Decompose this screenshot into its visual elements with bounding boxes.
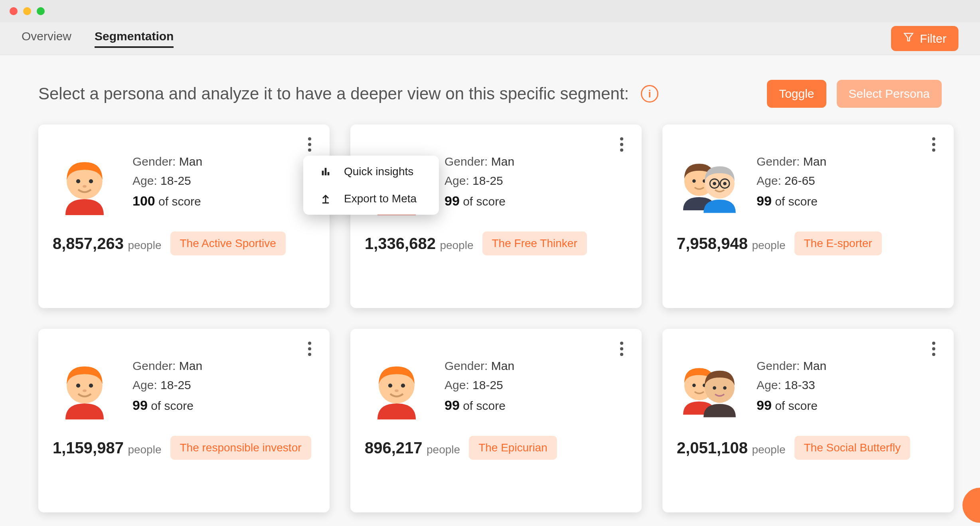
age-label: Age: xyxy=(445,174,469,187)
age-value: 18-33 xyxy=(784,378,815,392)
persona-meta: Gender: Man Age: 18-25 100 of score xyxy=(132,151,202,209)
age-label: Age: xyxy=(132,378,157,392)
tab-overview[interactable]: Overview xyxy=(22,30,71,48)
filter-button[interactable]: Filter xyxy=(891,26,958,51)
gender-value: Man xyxy=(491,155,514,168)
persona-tag[interactable]: The responsible investor xyxy=(170,436,311,460)
select-persona-button[interactable]: Select Persona xyxy=(837,80,942,108)
people-label: people xyxy=(440,239,473,251)
persona-avatar xyxy=(53,151,117,219)
people-label: people xyxy=(752,443,785,456)
svg-marker-0 xyxy=(905,34,913,41)
score-value: 99 xyxy=(132,397,148,413)
filter-icon xyxy=(903,32,914,45)
persona-tag[interactable]: The E-sporter xyxy=(794,231,882,255)
score-suffix: of score xyxy=(775,399,818,412)
upload-icon xyxy=(319,192,332,205)
menu-quick-insights[interactable]: Quick insights xyxy=(319,165,423,178)
info-icon[interactable]: i xyxy=(641,85,658,103)
people-label: people xyxy=(128,443,161,456)
window-close-dot[interactable] xyxy=(10,7,18,15)
card-context-menu: Quick insights Export to Meta xyxy=(303,156,439,215)
svg-rect-22 xyxy=(322,171,324,176)
gender-label: Gender: xyxy=(757,359,800,372)
age-label: Age: xyxy=(757,174,781,187)
svg-rect-23 xyxy=(325,168,327,176)
heading-left: Select a persona and analyze it to have … xyxy=(38,84,658,103)
persona-meta: Gender: Man Age: 26-65 99 of score xyxy=(757,151,826,209)
tab-segmentation[interactable]: Segmentation xyxy=(95,30,174,48)
gender-label: Gender: xyxy=(445,155,488,168)
age-value: 18-25 xyxy=(472,174,503,187)
persona-meta: Gender: Man Age: 18-25 99 of score xyxy=(132,355,202,413)
persona-meta: Gender: Man Age: 18-25 99 of score xyxy=(445,355,514,413)
page-title: Select a persona and analyze it to have … xyxy=(38,84,629,103)
persona-card[interactable]: Gender: Man Age: 26-65 99 of score 7,958… xyxy=(662,125,954,308)
toggle-button[interactable]: Toggle xyxy=(767,80,826,108)
gender-value: Man xyxy=(179,155,202,168)
gender-label: Gender: xyxy=(132,155,176,168)
card-more-button[interactable] xyxy=(302,341,318,357)
gender-value: Man xyxy=(803,155,826,168)
people-count: 8,857,263 xyxy=(53,235,124,252)
menu-export-to-meta[interactable]: Export to Meta xyxy=(319,192,423,205)
persona-card[interactable]: Gender: Man Age: 18-25 99 of score 1,159… xyxy=(38,329,330,512)
age-value: 18-25 xyxy=(160,378,191,392)
age-value: 26-65 xyxy=(784,174,815,187)
people-count: 896,217 xyxy=(365,439,423,457)
persona-grid: Gender: Man Age: 18-25 100 of score 8,85… xyxy=(0,120,980,526)
age-value: 18-25 xyxy=(472,378,503,392)
persona-tag[interactable]: The Free Thinker xyxy=(482,231,587,255)
people-label: people xyxy=(128,239,161,251)
score-value: 99 xyxy=(757,193,772,208)
score-value: 99 xyxy=(445,397,460,413)
persona-card[interactable]: Gender: Man Age: 18-25 99 of score 896,2… xyxy=(350,329,642,512)
age-label: Age: xyxy=(132,174,157,187)
people-count: 1,336,682 xyxy=(365,235,436,252)
card-more-button[interactable] xyxy=(302,136,318,152)
persona-avatar xyxy=(365,355,429,423)
people-count: 1,159,987 xyxy=(53,439,124,457)
page-heading-row: Select a persona and analyze it to have … xyxy=(0,55,980,120)
gender-label: Gender: xyxy=(445,359,488,372)
menu-quick-insights-label: Quick insights xyxy=(344,165,413,178)
score-value: 100 xyxy=(132,193,155,208)
score-suffix: of score xyxy=(463,195,506,208)
score-value: 99 xyxy=(445,193,460,208)
persona-card[interactable]: Gender: Man Age: 18-25 100 of score 8,85… xyxy=(38,125,330,308)
score-suffix: of score xyxy=(151,399,194,412)
gender-value: Man xyxy=(179,359,202,372)
age-label: Age: xyxy=(445,378,469,392)
people-label: people xyxy=(427,443,460,456)
score-value: 99 xyxy=(757,397,772,413)
score-suffix: of score xyxy=(775,195,818,208)
score-suffix: of score xyxy=(463,399,506,412)
gender-value: Man xyxy=(491,359,514,372)
window-maximize-dot[interactable] xyxy=(37,7,45,15)
persona-card[interactable]: Gender: Man Age: 18-33 99 of score 2,051… xyxy=(662,329,954,512)
persona-avatar xyxy=(677,355,741,423)
card-more-button[interactable] xyxy=(614,136,630,152)
persona-meta: Gender: Man Age: 18-33 99 of score xyxy=(757,355,826,413)
persona-tag[interactable]: The Active Sportive xyxy=(170,231,286,255)
persona-tag[interactable]: The Social Butterfly xyxy=(794,436,911,460)
people-count: 7,958,948 xyxy=(677,235,748,252)
persona-meta: Gender: Man Age: 18-25 99 of score xyxy=(445,151,514,209)
window-chrome xyxy=(0,0,980,22)
menu-export-to-meta-label: Export to Meta xyxy=(344,192,417,205)
persona-tag[interactable]: The Epicurian xyxy=(469,436,557,460)
window-minimize-dot[interactable] xyxy=(23,7,31,15)
card-more-button[interactable] xyxy=(926,341,942,357)
tab-bar: Overview Segmentation xyxy=(22,30,174,48)
gender-label: Gender: xyxy=(757,155,800,168)
age-label: Age: xyxy=(757,378,781,392)
people-count: 2,051,108 xyxy=(677,439,748,457)
card-more-button[interactable] xyxy=(614,341,630,357)
card-more-button[interactable] xyxy=(926,136,942,152)
persona-card[interactable]: Gender: Man Age: 18-25 99 of score 1,336… xyxy=(350,125,642,308)
gender-label: Gender: xyxy=(132,359,176,372)
heading-buttons: Toggle Select Persona xyxy=(767,80,942,108)
gender-value: Man xyxy=(803,359,826,372)
age-value: 18-25 xyxy=(160,174,191,187)
filter-label: Filter xyxy=(920,32,946,45)
